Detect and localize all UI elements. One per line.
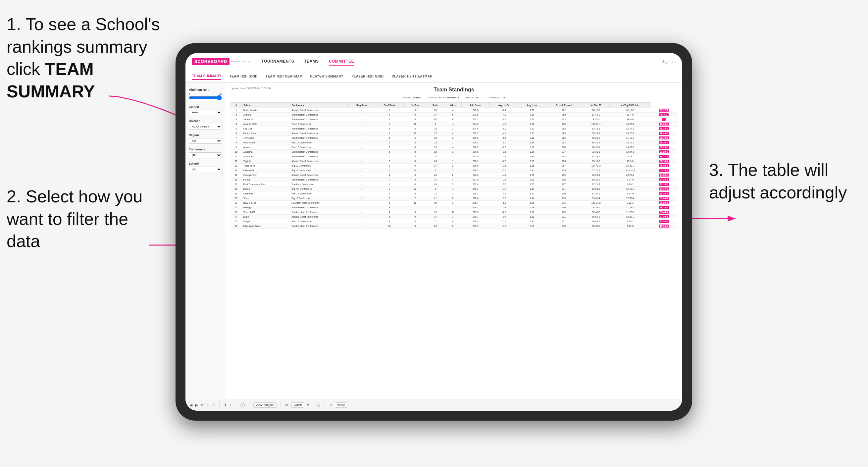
share-icon[interactable]: ⬆ <box>223 403 227 407</box>
table-row[interactable]: 4Arizona StatePac-12 Conference-12614274… <box>231 122 677 126</box>
table-cell: 29-25-0 <box>651 191 677 196</box>
sub-nav-team-h2h-heatmap[interactable]: TEAM H2H HEATMAP <box>266 73 302 80</box>
table-cell: 23 <box>427 145 444 150</box>
share-button[interactable]: Share <box>335 402 347 408</box>
table-row[interactable]: 15Georgia TechAtlantic Coast Conference-… <box>231 173 677 178</box>
table-cell: 23-13-0 <box>609 154 651 159</box>
export-icon[interactable]: ↗ <box>329 403 332 407</box>
table-row[interactable]: 9ArizonaPac-12 Conference-28234276.3-6.1… <box>231 145 677 150</box>
table-row[interactable]: 11ArkansasSoutheastern Conference-582432… <box>231 154 677 159</box>
table-cell: 1.98 <box>519 141 545 145</box>
reload-icon[interactable]: ↺ <box>201 403 204 407</box>
dropdown-icon[interactable]: ▾ <box>307 403 309 407</box>
bookmark-icon[interactable]: ☆ <box>212 403 215 407</box>
table-cell: -6.2 <box>490 108 519 113</box>
table-cell: 117-4-0 <box>583 113 609 117</box>
table-cell: 6 <box>444 113 462 117</box>
sign-out-button[interactable]: Sign out <box>662 60 676 64</box>
sub-nav-player-summary[interactable]: PLAYER SUMMARY <box>310 73 343 80</box>
table-cell: 72-30-1 <box>583 150 609 154</box>
table-cell: - <box>348 113 375 117</box>
table-cell: 279.1 <box>461 187 490 191</box>
table-cell: Pac-12 Conference <box>290 191 348 196</box>
table-cell: 4 <box>444 122 462 126</box>
table-cell: 24 <box>427 178 444 182</box>
grid-icon[interactable]: ⊞ <box>317 403 320 407</box>
nav-committee[interactable]: COMMITTEE <box>329 58 354 66</box>
table-row[interactable]: 5Ole MissSoutheastern Conference-3618127… <box>231 126 677 131</box>
conference-select[interactable]: (All) <box>189 152 222 158</box>
home-icon[interactable]: ⌂ <box>207 403 209 407</box>
table-row[interactable]: 26Mississippi StateSoutheastern Conferen… <box>231 224 677 228</box>
sub-nav-team-summary[interactable]: TEAM SUMMARY <box>192 73 221 80</box>
division-select[interactable]: NCAA Division I NCAA Division II NCAA Di… <box>189 124 222 129</box>
forward-icon[interactable]: ▶ <box>195 403 198 407</box>
table-cell: 11-29-1 <box>609 205 651 210</box>
sub-nav-player-h2h-heatmap[interactable]: PLAYER H2H HEATMAP <box>392 73 433 80</box>
table-cell: 1.85 <box>519 168 545 173</box>
table-row[interactable]: 12VirginiaAtlantic Coast Conference-3824… <box>231 159 677 164</box>
table-cell: 14-21-0 <box>609 145 651 150</box>
table-cell: 1 <box>444 126 462 131</box>
view-original-button[interactable]: View: Original <box>253 402 276 408</box>
table-cell: 4 <box>444 145 462 150</box>
clock-icon[interactable]: 🕐 <box>240 403 245 407</box>
table-cell: 10 <box>231 150 242 154</box>
min-rank-label: Minimum Ro... <box>189 88 222 91</box>
rank-range-input[interactable] <box>189 95 222 100</box>
watch-button[interactable]: Watch <box>291 402 304 408</box>
table-cell: 3 <box>444 154 462 159</box>
table-row[interactable]: 2AuburnSoutheastern Conference-19276273.… <box>231 113 677 117</box>
table-cell: - <box>348 108 375 113</box>
table-cell: 9-19-1 <box>609 219 651 224</box>
table-cell: 267 <box>545 182 583 187</box>
table-cell: 33-38-4 <box>651 196 677 201</box>
table-row[interactable]: 22GeorgiaSoutheastern Conference-8721127… <box>231 205 677 210</box>
col-no-tour: No Tour <box>404 103 427 108</box>
table-row[interactable]: 16FloridaSoutheastern Conference-7924427… <box>231 178 677 182</box>
nav-teams[interactable]: TEAMS <box>304 58 319 66</box>
table-row[interactable]: 1North CarolinaAtlantic Coast Conference… <box>231 108 677 113</box>
table-cell: 8 <box>404 154 427 159</box>
table-row[interactable]: 20TexasBig 12 Conference-37218278.60.71.… <box>231 196 677 201</box>
table-row[interactable]: 7TennesseeSoutheastern Conference-461822… <box>231 136 677 141</box>
table-row[interactable]: 25OregonPac-12 Conference-98210279.5-1.1… <box>231 219 677 224</box>
table-cell: 276.3 <box>461 141 490 145</box>
table-cell: 0 <box>444 219 462 224</box>
table-row[interactable]: 13Texas TechBig 12 Conference-19272276.0… <box>231 164 677 168</box>
back-icon[interactable]: ◀ <box>189 403 192 407</box>
table-row[interactable]: 21New MexicoMountain West Conference-110… <box>231 201 677 205</box>
table-row[interactable]: 17East Tennessee StateSouthern Conferenc… <box>231 182 677 187</box>
table-row[interactable]: 10AlabamaSoutheastern Conference-5823327… <box>231 150 677 154</box>
table-row[interactable]: 19CaliforniaPac-12 Conference-48242278.2… <box>231 191 677 196</box>
table-row[interactable]: 24DukeAtlantic Coast Conference-59271279… <box>231 215 677 219</box>
table-cell: Pac-12 Conference <box>290 141 348 145</box>
table-cell: -6.0 <box>490 159 519 164</box>
table-row[interactable]: 23Texas A&MSoutheastern Conference-49103… <box>231 210 677 215</box>
table-cell: 88-6-0 <box>609 117 651 122</box>
region-select[interactable]: N/A All <box>189 138 222 144</box>
table-cell: 59-39-1 <box>583 205 609 210</box>
gender-select[interactable]: Men's Women's <box>189 110 222 115</box>
sub-nav-team-h2h-grid[interactable]: TEAM H2H GRID <box>229 73 257 80</box>
table-cell: 6 <box>444 173 462 178</box>
table-cell: 52-40-3 <box>583 210 609 215</box>
table-cell: Texas Tech <box>242 164 290 168</box>
table-row[interactable]: 18IllinoisBig Ten Conference-12314279.1-… <box>231 187 677 191</box>
nav-tournaments[interactable]: TOURNAMENTS <box>261 58 294 66</box>
table-cell: 17-9-0 <box>609 159 651 164</box>
table-row[interactable]: 3VanderbiltSoutheastern Conference-25271… <box>231 117 677 122</box>
table-cell: 280.7 <box>461 224 490 228</box>
instruction-step3: 3. The table will adjust accordingly <box>709 159 861 204</box>
table-cell: 271 <box>545 219 583 224</box>
table-cell: 82-05-1 <box>583 187 609 191</box>
sub-nav-player-h2h-grid[interactable]: PLAYER H2H GRID <box>351 73 384 80</box>
table-row[interactable]: 14OklahomaBig 12 Conference-22423276.5-3… <box>231 168 677 173</box>
table-cell: - <box>348 154 375 159</box>
table-cell: Florida State <box>242 131 290 136</box>
table-cell: 31-29-1 <box>651 150 677 154</box>
table-row[interactable]: 6Florida StateAtlantic Coast Conference-… <box>231 131 677 136</box>
plus-icon[interactable]: + <box>229 403 232 407</box>
school-select[interactable]: (All) <box>189 166 222 172</box>
table-row[interactable]: 8WashingtonPac-12 Conference-28231276.3-… <box>231 141 677 145</box>
